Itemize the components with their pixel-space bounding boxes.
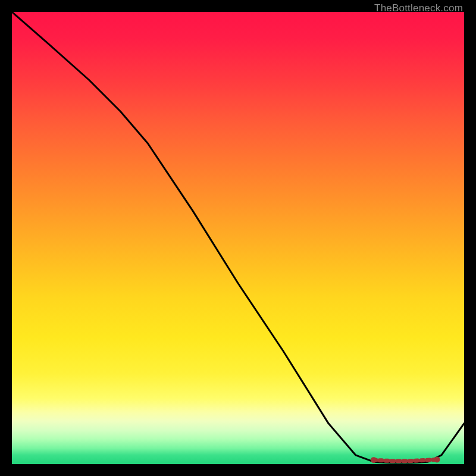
- attribution-label: TheBottleneck.com: [374, 2, 463, 14]
- plot-area: [12, 12, 464, 464]
